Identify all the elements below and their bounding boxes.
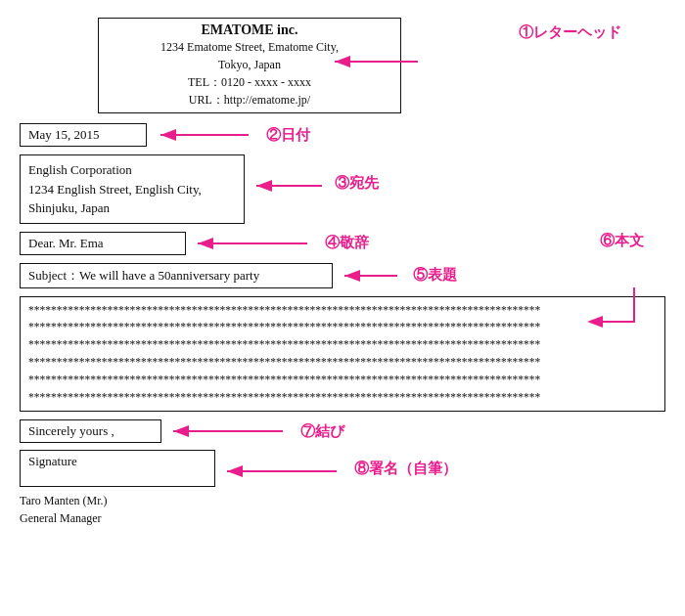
salutation-box: Dear. Mr. Ema [20,232,186,255]
date-value: May 15, 2015 [28,127,100,142]
body-line6: ****************************************… [28,389,657,407]
recipient-line3: Shinjuku, Japan [28,198,236,218]
sender-name: Taro Manten (Mr.) [20,492,665,509]
signature-value: Signature [28,454,77,468]
body-line5: ****************************************… [28,372,657,389]
closing-arrow [165,419,293,443]
recipient-line1: English Corporation [28,160,236,180]
closing-value: Sincerely yours , [28,423,114,438]
sender-title: General Manager [20,509,665,527]
closing-label: ⑦結び [300,422,344,441]
date-arrow [151,123,258,147]
subject-label: ⑤表題 [413,266,457,285]
body-box: ****************************************… [20,296,665,413]
body-line2: ****************************************… [28,319,657,336]
subject-box: Subject：We will have a 50anniversary par… [20,263,333,288]
letterhead-label: ①レターヘッド [519,23,621,42]
recipient-arrow [249,174,327,198]
subject-value: Subject：We will have a 50anniversary par… [28,268,259,283]
body-label-right: ⑥本文 [600,232,644,250]
salutation-arrow [190,232,317,255]
body-arrow [585,283,644,331]
body-line3: ****************************************… [28,336,657,354]
recipient-box: English Corporation 1234 English Street,… [20,154,245,224]
date-label: ②日付 [266,126,310,145]
body-line1: ****************************************… [28,302,657,320]
sender-info: Taro Manten (Mr.) General Manager [20,492,665,527]
company-name: EMATOME inc. [107,22,392,38]
closing-box: Sincerely yours , [20,419,161,443]
date-box: May 15, 2015 [20,123,147,147]
signature-arrow [219,460,346,483]
signature-box: Signature [20,450,215,487]
salutation-value: Dear. Mr. Ema [28,236,104,250]
recipient-line2: 1234 English Street, English City, [28,180,236,199]
signature-label: ⑧署名（自筆） [354,460,457,478]
salutation-label: ④敬辞 [325,234,369,252]
recipient-label: ③宛先 [335,174,379,193]
company-url: URL：http://ematome.jp/ [107,91,392,109]
subject-arrow [337,264,405,287]
letterhead-arrow [325,47,423,76]
body-line4: ****************************************… [28,354,657,372]
